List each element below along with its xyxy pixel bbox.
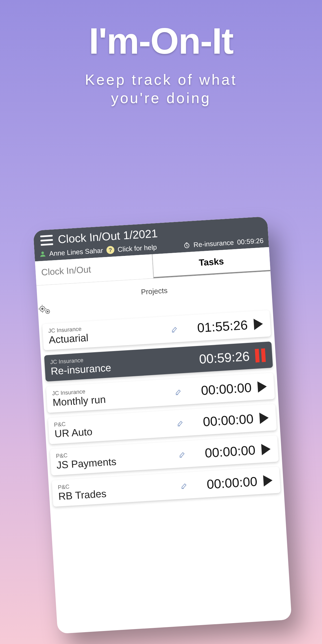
help-icon[interactable]: ? (106, 246, 115, 254)
task-time: 00:00:00 (186, 380, 252, 399)
task-time: 01:55:26 (182, 317, 248, 336)
play-button[interactable] (260, 443, 273, 455)
clock-icon (183, 242, 190, 249)
edit-icon[interactable] (180, 482, 188, 489)
svg-point-3 (42, 308, 43, 310)
task-meta: JC InsuranceMonthly run (52, 383, 171, 408)
app-title: Clock In/Out 1/2021 (58, 227, 158, 246)
task-meta: P&CUR Auto (54, 414, 173, 440)
svg-point-0 (41, 251, 44, 254)
edit-icon[interactable] (179, 451, 186, 458)
hero-title: I'm-On-It (0, 20, 322, 62)
edit-icon[interactable] (171, 325, 179, 333)
running-task-time: 00:59:26 (237, 237, 264, 246)
hero: I'm-On-It Keep track of what you're doin… (0, 0, 322, 107)
play-button[interactable] (256, 380, 269, 393)
task-list: JC InsuranceActuarial01:55:26JC Insuranc… (39, 308, 285, 523)
task-meta: JC InsuranceActuarial (48, 321, 167, 346)
user-icon (40, 251, 46, 257)
task-time: 00:59:26 (184, 348, 250, 367)
task-time: 00:00:00 (192, 473, 258, 493)
play-button[interactable] (252, 318, 265, 330)
svg-point-5 (47, 311, 48, 312)
play-button[interactable] (261, 475, 274, 487)
task-meta: P&CJS Payments (56, 446, 175, 471)
app-frame: Clock In/Out 1/2021 Anne Lines Sahar ? C… (33, 216, 292, 634)
task-time: 00:00:00 (188, 411, 254, 430)
menu-icon[interactable] (40, 235, 53, 246)
running-task-name: Re-insurance (193, 238, 234, 249)
play-button[interactable] (258, 412, 271, 424)
task-meta: JC InsuranceRe-insurance (50, 351, 181, 377)
edit-icon[interactable] (175, 388, 182, 396)
task-meta: P&CRB Trades (58, 477, 177, 502)
task-time: 00:00:00 (190, 442, 256, 462)
edit-icon[interactable] (177, 419, 184, 427)
hero-subtitle: Keep track of what you're doing (0, 71, 322, 107)
help-label[interactable]: Click for help (118, 243, 157, 253)
user-name: Anne Lines Sahar (49, 247, 103, 258)
pause-button[interactable] (254, 348, 267, 363)
